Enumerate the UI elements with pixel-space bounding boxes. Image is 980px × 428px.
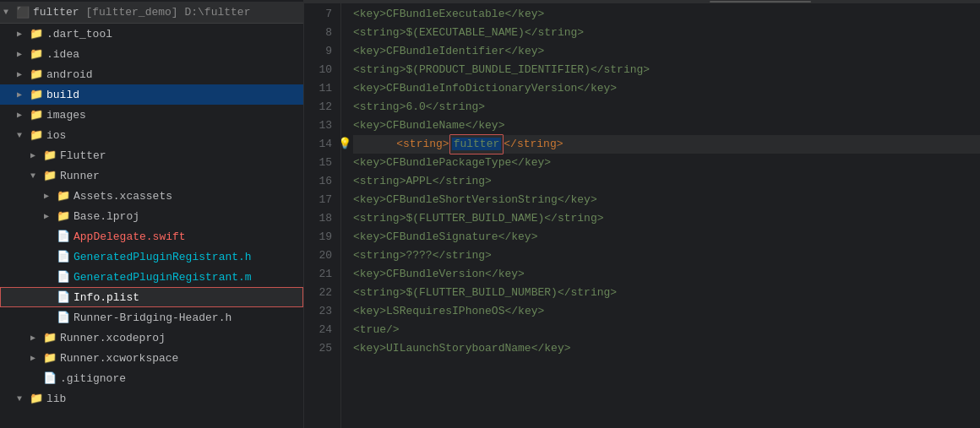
code-line-8: <string>$(EXECUTABLE_NAME)</string> (353, 24, 980, 42)
build-arrow (17, 89, 29, 100)
top-scroll-bar (304, 0, 980, 3)
gitignore-label: .gitignore (60, 372, 126, 385)
runner-icon: 📁 (42, 169, 57, 182)
sidebar-item-ios[interactable]: 📁 ios (0, 125, 303, 145)
project-icon: ⬛ (15, 6, 30, 19)
gitignore-icon: 📄 (42, 371, 57, 385)
ios-label: ios (46, 129, 66, 142)
runner-label: Runner (60, 170, 100, 182)
scroll-indicator (710, 1, 811, 3)
android-icon: 📁 (29, 68, 44, 81)
code-line-22: <string>$(FLUTTER_BUILD_NUMBER)</string> (353, 284, 980, 302)
xcodeproj-label: Runner.xcodeproj (60, 332, 166, 344)
code-line-18: <string>$(FLUTTER_BUILD_NAME)</string> (353, 209, 980, 228)
base-lproj-label: Base.lproj (74, 210, 139, 223)
android-arrow (17, 69, 29, 79)
xcodeproj-arrow (30, 333, 42, 343)
code-line-9: <key>CFBundleIdentifier</key> (353, 42, 980, 61)
sidebar-item-lib[interactable]: 📁 lib (0, 388, 303, 409)
code-line-25: <key>UILaunchStoryboardName</key> (353, 339, 980, 358)
sidebar-item-assets[interactable]: 📁 Assets.xcassets (0, 186, 303, 206)
sidebar-item-appdelegate[interactable]: 📄 AppDelegate.swift (0, 226, 303, 247)
runner-arrow (30, 171, 42, 181)
build-label: build (46, 89, 79, 101)
editor-content: 78910111213141516171819202122232425 <key… (304, 3, 980, 428)
sidebar-item-idea[interactable]: 📁 .idea (0, 44, 303, 64)
bridging-header-label: Runner-Bridging-Header.h (74, 312, 231, 324)
code-line-11: <key>CFBundleInfoDictionaryVersion</key> (353, 79, 980, 98)
code-line-15: <key>CFBundlePackageType</key> (353, 154, 980, 172)
sidebar-item-generated-h[interactable]: 📄 GeneratedPluginRegistrant.h (0, 247, 303, 267)
appdelegate-label: AppDelegate.swift (74, 230, 186, 243)
code-line-7: <key>CFBundleExecutable</key> (353, 5, 980, 24)
generated-m-icon: 📄 (56, 270, 71, 284)
info-plist-label: Info.plist (74, 291, 139, 304)
dart-tool-arrow (17, 29, 29, 39)
code-line-23: <key>LSRequiresIPhoneOS</key> (353, 302, 980, 321)
lib-icon: 📁 (29, 392, 44, 405)
lib-arrow (17, 394, 29, 404)
code-line-12: <string>6.0</string> (353, 98, 980, 116)
code-lines[interactable]: <key>CFBundleExecutable</key> <string>$(… (341, 3, 980, 428)
appdelegate-icon: 📄 (56, 230, 71, 243)
line-numbers: 78910111213141516171819202122232425 (304, 3, 341, 428)
project-arrow (3, 8, 15, 17)
sidebar-item-gitignore[interactable]: 📄 .gitignore (0, 368, 303, 388)
project-label: fultter [fultter_demo] D:\fultter (33, 6, 250, 19)
dart-tool-label: .dart_tool (46, 28, 112, 41)
sidebar-item-bridging-header[interactable]: 📄 Runner-Bridging-Header.h (0, 307, 303, 328)
code-line-14: 💡 <string>fultter</string> (353, 135, 980, 154)
idea-arrow (17, 49, 29, 59)
project-root[interactable]: ⬛ fultter [fultter_demo] D:\fultter (0, 2, 303, 24)
flutter-arrow (30, 150, 42, 160)
info-plist-icon: 📄 (56, 290, 71, 304)
idea-icon: 📁 (29, 47, 44, 61)
xcodeproj-icon: 📁 (42, 331, 57, 344)
sidebar-item-build[interactable]: 📁 build (0, 84, 303, 105)
sidebar-item-dart-tool[interactable]: 📁 .dart_tool (0, 24, 303, 44)
flutter-icon: 📁 (42, 149, 57, 162)
generated-h-icon: 📄 (56, 250, 71, 263)
sidebar-item-xcodeproj[interactable]: 📁 Runner.xcodeproj (0, 328, 303, 348)
sidebar-item-xcworkspace[interactable]: 📁 Runner.xcworkspace (0, 348, 303, 368)
images-label: images (46, 109, 86, 122)
highlighted-value: fultter (449, 134, 504, 154)
xcworkspace-arrow (30, 353, 42, 363)
base-lproj-icon: 📁 (56, 209, 71, 223)
bridging-header-icon: 📄 (56, 311, 71, 324)
assets-icon: 📁 (56, 189, 71, 203)
sidebar-item-android[interactable]: 📁 android (0, 64, 303, 84)
sidebar-item-flutter[interactable]: 📁 Flutter (0, 145, 303, 165)
idea-label: .idea (46, 48, 79, 61)
code-line-21: <key>CFBundleVersion</key> (353, 265, 980, 284)
code-line-10: <string>$(PRODUCT_BUNDLE_IDENTIFIER)</st… (353, 61, 980, 79)
android-label: android (46, 68, 93, 81)
code-line-20: <string>????</string> (353, 247, 980, 265)
generated-m-label: GeneratedPluginRegistrant.m (74, 271, 252, 284)
flutter-label: Flutter (60, 149, 106, 162)
ios-icon: 📁 (29, 128, 44, 142)
code-line-19: <key>CFBundleSignature</key> (353, 228, 980, 247)
images-icon: 📁 (29, 108, 44, 122)
assets-arrow (44, 191, 56, 201)
sidebar-item-runner[interactable]: 📁 Runner (0, 165, 303, 186)
lib-label: lib (46, 393, 66, 405)
xcworkspace-icon: 📁 (42, 351, 57, 365)
ios-arrow (17, 131, 29, 140)
code-editor: 78910111213141516171819202122232425 <key… (304, 0, 980, 428)
code-line-17: <key>CFBundleShortVersionString</key> (353, 191, 980, 209)
xcworkspace-label: Runner.xcworkspace (60, 352, 178, 365)
code-line-13: <key>CFBundleName</key> (353, 116, 980, 135)
gutter-icon-14: 💡 (341, 135, 351, 154)
sidebar-item-base-lproj[interactable]: 📁 Base.lproj (0, 206, 303, 226)
sidebar-item-generated-m[interactable]: 📄 GeneratedPluginRegistrant.m (0, 267, 303, 287)
code-line-16: <string>APPL</string> (353, 172, 980, 191)
images-arrow (17, 110, 29, 120)
build-icon: 📁 (29, 88, 44, 101)
sidebar-item-info-plist[interactable]: 📄 Info.plist (0, 287, 303, 307)
sidebar-item-images[interactable]: 📁 images (0, 105, 303, 125)
generated-h-label: GeneratedPluginRegistrant.h (74, 251, 252, 263)
file-tree[interactable]: ⬛ fultter [fultter_demo] D:\fultter 📁 .d… (0, 0, 304, 428)
base-lproj-arrow (44, 211, 56, 221)
code-line-24: <true/> (353, 321, 980, 339)
